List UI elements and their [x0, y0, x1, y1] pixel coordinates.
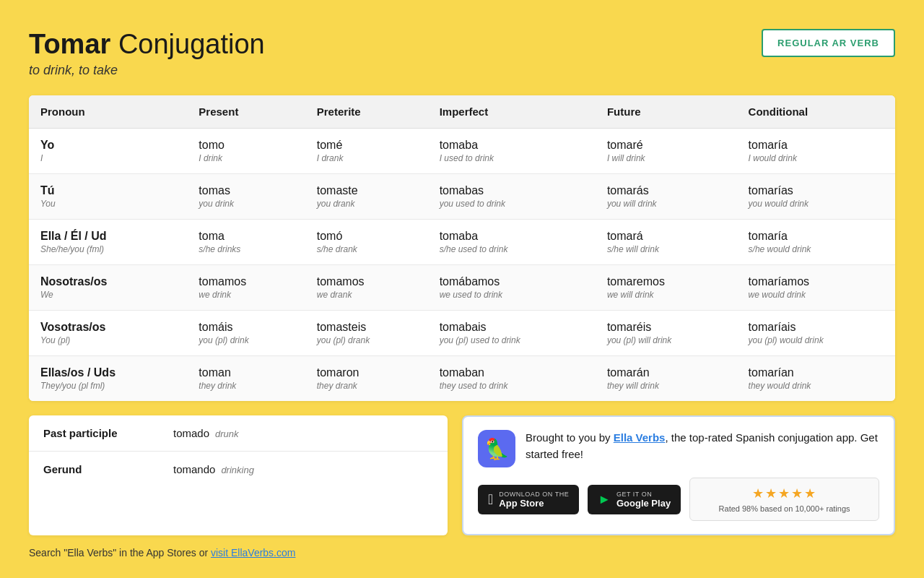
title-rest: Conjugation [110, 29, 264, 59]
gerund-value: tomandodrinking [173, 463, 254, 475]
rating-text: Rated 98% based on 10,000+ ratings [700, 504, 868, 513]
page-title: Tomar Conjugation [29, 29, 265, 60]
past-participle-label: Past participle [43, 427, 173, 439]
table-row: Ella / Él / UdShe/he/you (fml)tomas/he d… [29, 220, 895, 265]
google-play-button[interactable]: ► GET IT ON Google Play [588, 485, 681, 514]
promo-top: 🦜 Brought to you by Ella Verbs, the top-… [478, 430, 879, 467]
conjugation-table: Pronoun Present Preterite Imperfect Futu… [29, 95, 895, 401]
bottom-section: Past participle tomadodrunk Gerund toman… [29, 415, 895, 535]
table-row: Vosotras/osYou (pl)tomáisyou (pl) drinkt… [29, 311, 895, 356]
google-play-text: GET IT ON Google Play [616, 491, 671, 509]
table-row: Nosotras/osWetomamoswe drinktomamoswe dr… [29, 265, 895, 311]
promo-box: 🦜 Brought to you by Ella Verbs, the top-… [462, 415, 895, 535]
svg-text:🦜: 🦜 [484, 437, 510, 461]
app-store-text: Download on the App Store [499, 491, 569, 509]
table-row: TúYoutomasyou drinktomasteyou dranktomab… [29, 174, 895, 220]
col-header-pronoun: Pronoun [29, 95, 187, 129]
page-header: Tomar Conjugation to drink, to take REGU… [29, 29, 895, 78]
apple-icon:  [488, 491, 493, 508]
table-row: Ellas/os / UdsThey/you (pl fml)tomanthey… [29, 356, 895, 402]
participle-box: Past participle tomadodrunk Gerund toman… [29, 415, 448, 535]
footer: Search "Ella Verbs" in the App Stores or… [29, 547, 895, 558]
promo-description: Brought to you by Ella Verbs, the top-ra… [526, 430, 879, 462]
ella-verbs-website-link[interactable]: visit EllaVerbs.com [211, 547, 295, 558]
verb-name: Tomar [29, 29, 110, 59]
table-row: YoItomoI drinktoméI dranktomabaI used to… [29, 129, 895, 174]
ratings-box: ★★★★★ Rated 98% based on 10,000+ ratings [689, 478, 879, 521]
title-block: Tomar Conjugation to drink, to take [29, 29, 265, 78]
verb-translation: to drink, to take [29, 63, 265, 78]
col-header-present: Present [187, 95, 305, 129]
app-icon: 🦜 [478, 430, 515, 467]
col-header-conditional: Conditional [737, 95, 895, 129]
promo-store-buttons:  Download on the App Store ► GET IT ON … [478, 478, 879, 521]
google-play-icon: ► [598, 492, 611, 507]
col-header-imperfect: Imperfect [428, 95, 596, 129]
ella-verbs-link[interactable]: Ella Verbs [614, 431, 666, 444]
past-participle-value: tomadodrunk [173, 427, 239, 439]
app-store-button[interactable]:  Download on the App Store [478, 485, 579, 514]
col-header-future: Future [596, 95, 737, 129]
gerund-label: Gerund [43, 463, 173, 475]
verb-type-badge: REGULAR AR VERB [762, 29, 895, 57]
col-header-preterite: Preterite [305, 95, 428, 129]
star-rating: ★★★★★ [700, 486, 868, 501]
past-participle-row: Past participle tomadodrunk [29, 415, 448, 452]
gerund-row: Gerund tomandodrinking [29, 452, 448, 487]
